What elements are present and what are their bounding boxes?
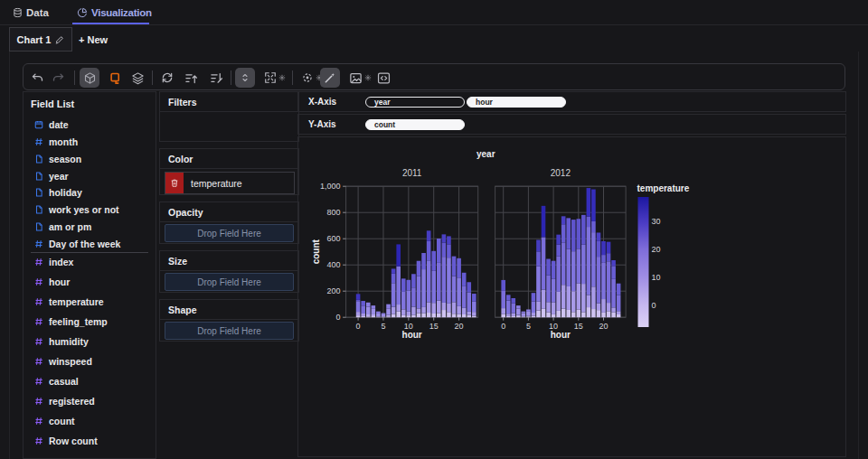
svg-text:10: 10 xyxy=(652,273,661,282)
svg-text:15: 15 xyxy=(574,322,583,331)
svg-text:200: 200 xyxy=(327,286,341,295)
svg-text:600: 600 xyxy=(327,234,341,243)
svg-text:800: 800 xyxy=(327,208,341,217)
svg-text:count: count xyxy=(311,239,321,264)
svg-text:20: 20 xyxy=(455,322,464,331)
svg-text:1,000: 1,000 xyxy=(320,182,341,191)
svg-text:0: 0 xyxy=(336,313,341,322)
svg-text:2011: 2011 xyxy=(402,168,422,178)
svg-text:30: 30 xyxy=(652,217,661,226)
svg-text:0: 0 xyxy=(501,322,505,331)
svg-text:hour: hour xyxy=(402,330,422,340)
svg-text:5: 5 xyxy=(381,322,385,331)
svg-text:0: 0 xyxy=(652,301,656,310)
svg-text:20: 20 xyxy=(652,245,661,254)
svg-text:year: year xyxy=(476,149,495,159)
svg-text:0: 0 xyxy=(356,322,361,331)
svg-text:temperature: temperature xyxy=(637,183,690,193)
svg-text:2012: 2012 xyxy=(551,168,571,178)
svg-text:hour: hour xyxy=(551,330,571,340)
svg-text:400: 400 xyxy=(327,260,341,269)
svg-text:20: 20 xyxy=(599,322,608,331)
svg-text:15: 15 xyxy=(429,322,439,331)
svg-text:5: 5 xyxy=(526,322,531,331)
